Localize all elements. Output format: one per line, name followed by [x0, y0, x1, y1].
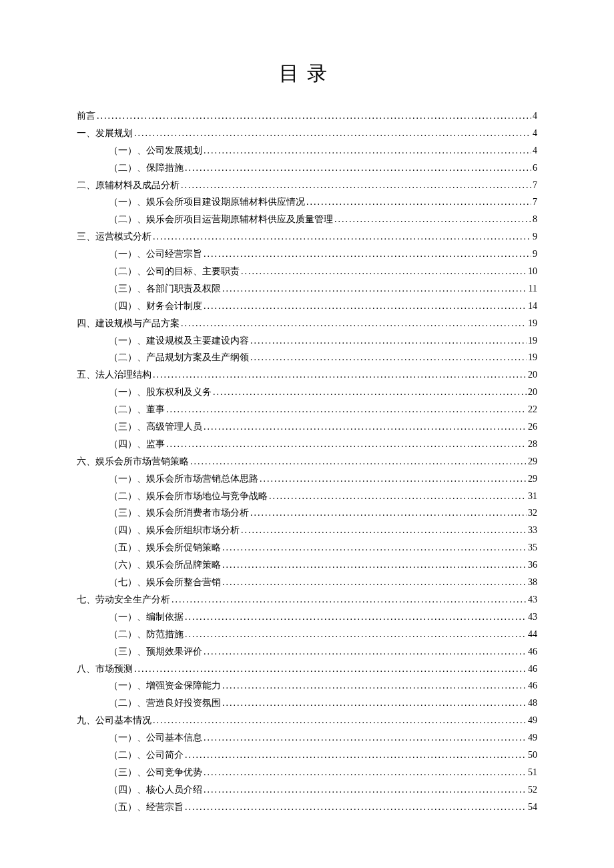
- toc-entry-label: 九、公司基本情况: [77, 712, 151, 729]
- toc-dots: [190, 453, 527, 470]
- toc-title: 目录: [77, 60, 537, 87]
- toc-entry-label: （四）、监事: [109, 436, 165, 453]
- toc-dots: [204, 643, 527, 661]
- toc-dots: [269, 488, 527, 505]
- toc-dots: [185, 799, 527, 816]
- toc-dots: [153, 712, 527, 729]
- toc-dots: [204, 418, 527, 436]
- toc-entry-label: （四）、核心人员介绍: [109, 781, 202, 799]
- toc-entry: （四）、财务会计制度14: [109, 298, 537, 315]
- toc-entry-label: （一）、编制依据: [109, 608, 184, 626]
- toc-container: 前言4一、发展规划4（一）、公司发展规划4（二）、保障措施6二、原辅材料及成品分…: [77, 107, 537, 816]
- toc-entry-page: 14: [528, 298, 537, 315]
- toc-dots: [334, 211, 531, 228]
- toc-entry: 二、原辅材料及成品分析7: [77, 177, 537, 194]
- toc-entry: （三）、各部门职责及权限11: [109, 280, 537, 298]
- toc-entry-page: 29: [528, 453, 537, 470]
- toc-entry-page: 31: [528, 488, 537, 505]
- toc-entry: （一）、娱乐会所项目建设期原辅材料供应情况7: [109, 193, 537, 211]
- toc-entry: 一、发展规划4: [77, 125, 537, 142]
- toc-entry-page: 9: [533, 246, 537, 263]
- toc-dots: [204, 729, 527, 747]
- toc-entry-page: 50: [528, 747, 537, 764]
- toc-entry-page: 44: [528, 626, 537, 643]
- toc-entry-label: （三）、娱乐会所消费者市场分析: [109, 504, 249, 522]
- toc-entry-label: 七、劳动安全生产分析: [77, 591, 170, 608]
- toc-entry: （三）、高级管理人员26: [109, 418, 537, 436]
- toc-entry: 三、运营模式分析9: [77, 228, 537, 246]
- toc-dots: [134, 661, 527, 678]
- toc-entry-label: （四）、财务会计制度: [109, 298, 202, 315]
- toc-dots: [222, 556, 527, 574]
- toc-entry-label: （六）、娱乐会所品牌策略: [109, 556, 221, 574]
- toc-entry-page: 51: [528, 764, 537, 781]
- toc-entry: （二）、娱乐会所项目运营期原辅材料供应及质量管理8: [109, 211, 537, 228]
- toc-entry: （一）、娱乐会所市场营销总体思路29: [109, 470, 537, 488]
- toc-entry-page: 49: [528, 729, 537, 747]
- toc-entry: （六）、娱乐会所品牌策略36: [109, 556, 537, 574]
- toc-dots: [97, 107, 531, 125]
- toc-entry-page: 52: [528, 781, 537, 799]
- toc-dots: [306, 193, 531, 211]
- toc-entry-page: 7: [533, 193, 537, 211]
- toc-dots: [172, 591, 527, 608]
- toc-entry: （一）、公司基本信息49: [109, 729, 537, 747]
- toc-entry-label: 八、市场预测: [77, 661, 133, 678]
- toc-entry: （二）、董事22: [109, 401, 537, 418]
- toc-dots: [250, 504, 527, 522]
- toc-entry-page: 29: [528, 470, 537, 488]
- toc-entry-page: 33: [528, 522, 537, 539]
- toc-entry-label: （二）、董事: [109, 401, 165, 418]
- toc-entry: 六、娱乐会所市场营销策略29: [77, 453, 537, 470]
- toc-dots: [181, 315, 527, 332]
- toc-dots: [166, 401, 527, 418]
- toc-entry-page: 19: [528, 349, 537, 366]
- toc-entry-page: 19: [528, 332, 537, 350]
- toc-dots: [153, 228, 531, 246]
- toc-dots: [153, 366, 527, 384]
- toc-dots: [222, 280, 527, 298]
- toc-entry: （二）、产品规划方案及生产纲领19: [109, 349, 537, 366]
- toc-entry: 八、市场预测46: [77, 661, 537, 678]
- toc-entry-label: （二）、娱乐会所项目运营期原辅材料供应及质量管理: [109, 211, 333, 228]
- toc-entry: （四）、监事28: [109, 436, 537, 453]
- toc-dots: [204, 764, 527, 781]
- toc-entry-label: （一）、增强资金保障能力: [109, 677, 221, 695]
- toc-entry-label: （二）、防范措施: [109, 626, 184, 643]
- toc-entry-page: 19: [528, 315, 537, 332]
- toc-entry-page: 35: [528, 539, 537, 556]
- toc-dots: [185, 159, 531, 177]
- toc-entry: （一）、编制依据43: [109, 608, 537, 626]
- toc-dots: [222, 677, 527, 695]
- toc-entry-label: （五）、娱乐会所促销策略: [109, 539, 221, 556]
- toc-entry-label: （二）、营造良好投资氛围: [109, 695, 221, 712]
- toc-dots: [204, 781, 527, 799]
- toc-entry-label: （一）、娱乐会所市场营销总体思路: [109, 470, 258, 488]
- toc-entry-label: 前言: [77, 107, 95, 125]
- toc-dots: [204, 142, 531, 159]
- toc-entry-page: 46: [528, 643, 537, 661]
- toc-entry-page: 43: [528, 608, 537, 626]
- toc-entry-page: 4: [533, 142, 537, 159]
- toc-entry-label: （二）、公司的目标、主要职责: [109, 263, 240, 280]
- toc-entry-label: 五、法人治理结构: [77, 366, 151, 384]
- toc-entry: （二）、公司简介50: [109, 747, 537, 764]
- toc-entry: （二）、公司的目标、主要职责10: [109, 263, 537, 280]
- toc-entry-page: 49: [528, 712, 537, 729]
- toc-entry: （四）、娱乐会所组织市场分析33: [109, 522, 537, 539]
- toc-entry-label: （三）、公司竞争优势: [109, 764, 202, 781]
- toc-entry-label: （一）、娱乐会所项目建设期原辅材料供应情况: [109, 193, 305, 211]
- toc-dots: [185, 608, 527, 626]
- toc-entry-label: （三）、各部门职责及权限: [109, 280, 221, 298]
- toc-entry: 九、公司基本情况49: [77, 712, 537, 729]
- toc-entry-page: 20: [528, 384, 537, 401]
- toc-dots: [185, 626, 527, 643]
- toc-entry-page: 20: [528, 366, 537, 384]
- toc-entry-page: 4: [533, 107, 537, 125]
- toc-dots: [134, 125, 531, 142]
- toc-entry-page: 46: [528, 661, 537, 678]
- toc-entry-page: 7: [533, 177, 537, 194]
- toc-dots: [250, 349, 527, 366]
- toc-entry: 七、劳动安全生产分析43: [77, 591, 537, 608]
- toc-entry-page: 36: [528, 556, 537, 574]
